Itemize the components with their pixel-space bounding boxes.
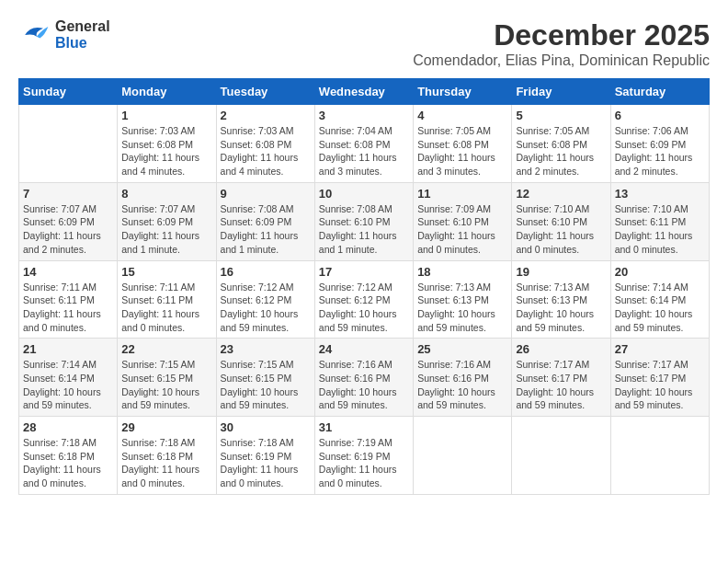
day-info: Sunrise: 7:13 AM Sunset: 6:13 PM Dayligh… [417, 281, 507, 335]
day-number: 23 [221, 342, 311, 356]
calendar-cell: 11Sunrise: 7:09 AM Sunset: 6:10 PM Dayli… [414, 182, 512, 260]
day-info: Sunrise: 7:07 AM Sunset: 6:09 PM Dayligh… [23, 202, 113, 257]
day-number: 18 [417, 265, 507, 279]
calendar-cell: 6Sunrise: 7:06 AM Sunset: 6:09 PM Daylig… [610, 105, 709, 183]
day-info: Sunrise: 7:03 AM Sunset: 6:08 PM Dayligh… [121, 124, 211, 178]
day-number: 7 [23, 187, 113, 201]
day-info: Sunrise: 7:04 AM Sunset: 6:08 PM Dayligh… [319, 124, 409, 178]
day-number: 10 [319, 187, 409, 201]
week-row-3: 14Sunrise: 7:11 AM Sunset: 6:11 PM Dayli… [19, 260, 710, 339]
day-info: Sunrise: 7:19 AM Sunset: 6:19 PM Dayligh… [319, 436, 409, 490]
day-number: 8 [121, 187, 211, 201]
title-section: December 2025 Comendador, Elias Pina, Do… [413, 18, 710, 69]
calendar-cell: 14Sunrise: 7:11 AM Sunset: 6:11 PM Dayli… [19, 260, 118, 339]
day-number: 12 [516, 187, 606, 201]
calendar-cell: 3Sunrise: 7:04 AM Sunset: 6:08 PM Daylig… [314, 105, 413, 183]
day-info: Sunrise: 7:06 AM Sunset: 6:09 PM Dayligh… [615, 124, 705, 178]
calendar-cell: 26Sunrise: 7:17 AM Sunset: 6:17 PM Dayli… [512, 339, 610, 417]
day-number: 5 [516, 109, 606, 122]
calendar-cell: 29Sunrise: 7:18 AM Sunset: 6:18 PM Dayli… [118, 417, 216, 495]
day-number: 28 [23, 420, 113, 434]
day-info: Sunrise: 7:11 AM Sunset: 6:11 PM Dayligh… [23, 281, 113, 335]
calendar-cell: 15Sunrise: 7:11 AM Sunset: 6:11 PM Dayli… [118, 260, 216, 339]
day-info: Sunrise: 7:10 AM Sunset: 6:10 PM Dayligh… [516, 202, 606, 257]
day-info: Sunrise: 7:16 AM Sunset: 6:16 PM Dayligh… [417, 358, 507, 412]
day-info: Sunrise: 7:18 AM Sunset: 6:18 PM Dayligh… [121, 436, 211, 490]
calendar-cell: 21Sunrise: 7:14 AM Sunset: 6:14 PM Dayli… [19, 339, 118, 417]
day-number: 24 [319, 342, 409, 356]
day-info: Sunrise: 7:10 AM Sunset: 6:11 PM Dayligh… [615, 202, 705, 257]
calendar-cell: 25Sunrise: 7:16 AM Sunset: 6:16 PM Dayli… [414, 339, 512, 417]
day-info: Sunrise: 7:08 AM Sunset: 6:09 PM Dayligh… [221, 202, 311, 257]
day-info: Sunrise: 7:11 AM Sunset: 6:11 PM Dayligh… [121, 281, 211, 335]
day-number: 2 [221, 109, 311, 122]
calendar-cell: 7Sunrise: 7:07 AM Sunset: 6:09 PM Daylig… [19, 182, 118, 260]
subtitle: Comendador, Elias Pina, Dominican Republ… [413, 52, 710, 69]
calendar-cell: 17Sunrise: 7:12 AM Sunset: 6:12 PM Dayli… [314, 260, 413, 339]
calendar-cell: 2Sunrise: 7:03 AM Sunset: 6:08 PM Daylig… [216, 105, 314, 183]
header-saturday: Saturday [610, 79, 709, 105]
day-info: Sunrise: 7:08 AM Sunset: 6:10 PM Dayligh… [319, 202, 409, 257]
day-info: Sunrise: 7:18 AM Sunset: 6:18 PM Dayligh… [23, 436, 113, 490]
day-number: 14 [23, 265, 113, 279]
calendar-cell: 18Sunrise: 7:13 AM Sunset: 6:13 PM Dayli… [414, 260, 512, 339]
calendar-cell [512, 417, 610, 495]
calendar-cell: 13Sunrise: 7:10 AM Sunset: 6:11 PM Dayli… [610, 182, 709, 260]
header-friday: Friday [512, 79, 610, 105]
calendar-cell: 4Sunrise: 7:05 AM Sunset: 6:08 PM Daylig… [414, 105, 512, 183]
day-info: Sunrise: 7:13 AM Sunset: 6:13 PM Dayligh… [516, 281, 606, 335]
header-wednesday: Wednesday [314, 79, 413, 105]
logo: General Blue [18, 18, 110, 52]
calendar-cell: 27Sunrise: 7:17 AM Sunset: 6:17 PM Dayli… [610, 339, 709, 417]
day-number: 22 [121, 342, 211, 356]
day-number: 17 [319, 265, 409, 279]
calendar-cell: 22Sunrise: 7:15 AM Sunset: 6:15 PM Dayli… [118, 339, 216, 417]
day-info: Sunrise: 7:07 AM Sunset: 6:09 PM Dayligh… [121, 202, 211, 257]
calendar-cell: 20Sunrise: 7:14 AM Sunset: 6:14 PM Dayli… [610, 260, 709, 339]
day-info: Sunrise: 7:14 AM Sunset: 6:14 PM Dayligh… [615, 281, 705, 335]
logo-text: General Blue [55, 18, 110, 52]
day-number: 15 [121, 265, 211, 279]
day-info: Sunrise: 7:15 AM Sunset: 6:15 PM Dayligh… [121, 358, 211, 412]
calendar-cell: 24Sunrise: 7:16 AM Sunset: 6:16 PM Dayli… [314, 339, 413, 417]
day-number: 4 [417, 109, 507, 122]
day-info: Sunrise: 7:17 AM Sunset: 6:17 PM Dayligh… [516, 358, 606, 412]
header-monday: Monday [118, 79, 216, 105]
calendar-cell: 12Sunrise: 7:10 AM Sunset: 6:10 PM Dayli… [512, 182, 610, 260]
calendar-cell: 23Sunrise: 7:15 AM Sunset: 6:15 PM Dayli… [216, 339, 314, 417]
day-number: 29 [121, 420, 211, 434]
day-info: Sunrise: 7:12 AM Sunset: 6:12 PM Dayligh… [221, 281, 311, 335]
calendar-cell: 5Sunrise: 7:05 AM Sunset: 6:08 PM Daylig… [512, 105, 610, 183]
day-number: 1 [121, 109, 211, 122]
day-number: 11 [417, 187, 507, 201]
day-number: 3 [319, 109, 409, 122]
calendar-cell [414, 417, 512, 495]
day-info: Sunrise: 7:18 AM Sunset: 6:19 PM Dayligh… [221, 436, 311, 490]
day-info: Sunrise: 7:14 AM Sunset: 6:14 PM Dayligh… [23, 358, 113, 412]
calendar-cell: 1Sunrise: 7:03 AM Sunset: 6:08 PM Daylig… [118, 105, 216, 183]
day-info: Sunrise: 7:03 AM Sunset: 6:08 PM Dayligh… [221, 124, 311, 178]
calendar-cell [610, 417, 709, 495]
day-info: Sunrise: 7:12 AM Sunset: 6:12 PM Dayligh… [319, 281, 409, 335]
calendar-cell: 31Sunrise: 7:19 AM Sunset: 6:19 PM Dayli… [314, 417, 413, 495]
day-number: 27 [615, 342, 705, 356]
calendar-cell: 30Sunrise: 7:18 AM Sunset: 6:19 PM Dayli… [216, 417, 314, 495]
calendar-cell [19, 105, 118, 183]
day-number: 31 [319, 420, 409, 434]
week-row-4: 21Sunrise: 7:14 AM Sunset: 6:14 PM Dayli… [19, 339, 710, 417]
calendar-cell: 10Sunrise: 7:08 AM Sunset: 6:10 PM Dayli… [314, 182, 413, 260]
day-number: 19 [516, 265, 606, 279]
day-number: 30 [221, 420, 311, 434]
day-info: Sunrise: 7:15 AM Sunset: 6:15 PM Dayligh… [221, 358, 311, 412]
day-number: 26 [516, 342, 606, 356]
calendar-cell: 9Sunrise: 7:08 AM Sunset: 6:09 PM Daylig… [216, 182, 314, 260]
week-row-5: 28Sunrise: 7:18 AM Sunset: 6:18 PM Dayli… [19, 417, 710, 495]
calendar-table: SundayMondayTuesdayWednesdayThursdayFrid… [18, 78, 710, 495]
calendar-header-row: SundayMondayTuesdayWednesdayThursdayFrid… [19, 79, 710, 105]
day-info: Sunrise: 7:16 AM Sunset: 6:16 PM Dayligh… [319, 358, 409, 412]
day-info: Sunrise: 7:05 AM Sunset: 6:08 PM Dayligh… [417, 124, 507, 178]
day-number: 6 [615, 109, 705, 122]
day-number: 9 [221, 187, 311, 201]
day-number: 21 [23, 342, 113, 356]
calendar-cell: 8Sunrise: 7:07 AM Sunset: 6:09 PM Daylig… [118, 182, 216, 260]
